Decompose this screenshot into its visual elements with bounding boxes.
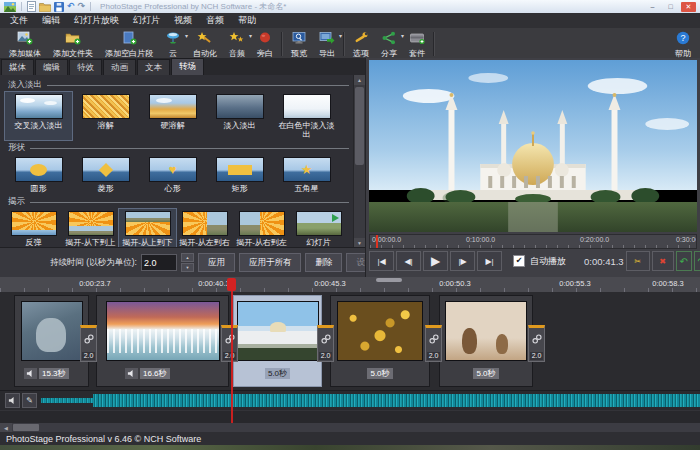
automation-button[interactable]: 自动化 <box>187 29 223 59</box>
transition-row-fade: 交叉淡入淡出 溶解 硬溶解 淡入淡出 在白色中淡入淡出 <box>5 92 351 140</box>
transition-item-dissolve[interactable]: 溶解 <box>72 92 139 140</box>
autoplay-checkbox[interactable]: ✔ <box>513 255 525 267</box>
new-project-icon[interactable] <box>27 1 36 12</box>
transition-badge[interactable]: 2.0 <box>528 325 545 362</box>
menu-video[interactable]: 视频 <box>167 13 199 28</box>
transition-badge[interactable]: 2.0 <box>425 325 442 362</box>
transition-item-reveal-right-left[interactable]: 揭开-从右到左 <box>233 209 290 248</box>
preview-panel: 0:00:00.0 0:10:00.0 0:20:00.0 0:30:00.0 … <box>365 58 700 277</box>
go-to-start-button[interactable]: |◀ <box>369 251 394 271</box>
transition-item-star[interactable]: ★ 五角星 <box>273 155 340 194</box>
menu-slideshow[interactable]: 幻灯片放映 <box>67 13 126 28</box>
split-clip-button[interactable]: ✂ <box>626 251 650 271</box>
scroll-up-icon[interactable]: ▲ <box>354 75 365 85</box>
step-forward-button[interactable]: |▶ <box>450 251 475 271</box>
maximize-button[interactable]: □ <box>663 2 678 12</box>
scroll-left-icon[interactable]: ◀ <box>0 423 12 432</box>
preview-seek-ruler[interactable]: 0:00:00.0 0:10:00.0 0:20:00.0 0:30:00.0 <box>369 234 697 249</box>
redo-icon[interactable]: ↷ <box>78 2 86 11</box>
duration-input[interactable] <box>141 254 177 271</box>
transition-item-diamond[interactable]: 菱形 <box>72 155 139 194</box>
timeline-playhead-handle[interactable] <box>227 278 236 291</box>
transition-item-reveal-top-bottom[interactable]: 揭开-从上到下 <box>119 209 176 248</box>
share-button[interactable]: ▾ 分享 <box>375 29 403 59</box>
audio-mute-icon[interactable] <box>5 393 20 408</box>
transition-list-scrollbar[interactable]: ▲ ▼ <box>353 75 365 248</box>
play-button[interactable]: ▶ <box>423 251 448 271</box>
add-folder-button[interactable]: 添加文件夹 <box>47 29 99 59</box>
transition-item-circle[interactable]: 圆形 <box>5 155 72 194</box>
audio-edit-icon[interactable]: ✎ <box>22 393 37 408</box>
clip-thumbnail <box>237 301 319 361</box>
transition-item-fade-white[interactable]: 在白色中淡入淡出 <box>273 92 340 140</box>
tab-animation[interactable]: 动画 <box>103 59 136 76</box>
timeline-clip-3-selected[interactable]: 5.0秒 <box>233 295 322 387</box>
menu-audio[interactable]: 音频 <box>199 13 231 28</box>
timeline-clip-4[interactable]: 5.0秒 <box>330 295 430 387</box>
menu-edit[interactable]: 编辑 <box>35 13 67 28</box>
timeline-clip-1[interactable]: 15.3秒 <box>14 295 89 387</box>
tab-effects[interactable]: 特效 <box>69 59 102 76</box>
audio-button[interactable]: ▾ 音频 <box>223 29 251 59</box>
close-button[interactable]: ✕ <box>681 2 696 12</box>
transition-badge[interactable]: 2.0 <box>317 325 334 362</box>
left-panel: 媒体 编辑 特效 动画 文本 转场 淡入淡出 交叉淡入淡出 溶解 <box>0 58 365 277</box>
undo-button[interactable]: ↶ <box>676 251 692 271</box>
transition-item-heart[interactable]: ♥ 心形 <box>139 155 206 194</box>
open-project-icon[interactable] <box>39 2 51 12</box>
transition-badge[interactable]: 2.0 <box>221 325 238 362</box>
scrollbar-thumb[interactable] <box>355 87 364 165</box>
suite-button[interactable]: 套件 <box>403 29 431 59</box>
timeline-ruler[interactable]: 0:00:23.7 0:00:40.3 0:00:45.3 0:00:50.3 … <box>0 277 700 293</box>
transition-item-hard-dissolve[interactable]: 硬溶解 <box>139 92 206 140</box>
help-button[interactable]: ? 帮助 <box>669 29 697 59</box>
add-blank-clip-button[interactable]: 添加空白片段 <box>99 29 159 59</box>
link-icon <box>321 330 331 348</box>
delete-clip-button[interactable]: ✖ <box>652 251 674 271</box>
tab-edit[interactable]: 编辑 <box>35 59 68 76</box>
narration-button[interactable]: 旁白 <box>251 29 279 59</box>
apply-button[interactable]: 应用 <box>198 253 235 272</box>
undo-icon[interactable]: ↶ <box>67 2 75 11</box>
minimize-button[interactable]: – <box>645 2 660 12</box>
cloud-button[interactable]: ▾ 云 <box>159 29 187 59</box>
timeline-clip-5[interactable]: 5.0秒 <box>439 295 533 387</box>
go-to-end-button[interactable]: ▶| <box>477 251 502 271</box>
scrollbar-thumb[interactable] <box>13 424 39 431</box>
timeline-scrollbar[interactable]: ◀ <box>0 423 700 432</box>
redo-button[interactable]: ↷ <box>694 251 700 271</box>
tab-media[interactable]: 媒体 <box>1 59 34 76</box>
tab-text[interactable]: 文本 <box>137 59 170 76</box>
delete-transition-button[interactable]: 删除 <box>305 253 342 272</box>
transition-item-fade[interactable]: 淡入淡出 <box>206 92 273 140</box>
export-button[interactable]: ▾ 导出 <box>313 29 341 59</box>
options-button[interactable]: 选项 <box>347 29 375 59</box>
tab-transitions[interactable]: 转场 <box>171 58 204 76</box>
toolbar-separator <box>281 32 283 56</box>
menu-help[interactable]: 帮助 <box>231 13 263 28</box>
menu-file[interactable]: 文件 <box>3 13 35 28</box>
transition-item-rectangle[interactable]: 矩形 <box>206 155 273 194</box>
spin-up-icon[interactable]: ▲ <box>181 253 194 262</box>
audio-waveform[interactable] <box>41 393 700 408</box>
preview-video-area[interactable] <box>369 60 697 232</box>
transition-item-reveal-left-right[interactable]: 揭开-从左到右 <box>176 209 233 248</box>
transition-badge[interactable]: 2.0 <box>80 325 97 362</box>
transition-item-slide[interactable]: 幻灯片 <box>290 209 347 248</box>
step-back-button[interactable]: ◀| <box>396 251 421 271</box>
preview-playhead[interactable] <box>376 235 378 248</box>
spin-down-icon[interactable]: ▼ <box>181 263 194 272</box>
timeline-clip-2[interactable]: 16.6秒 <box>96 295 229 387</box>
timeline-playhead-line[interactable] <box>231 279 233 423</box>
mosque-preview-image <box>369 60 697 232</box>
menu-slide[interactable]: 幻灯片 <box>126 13 167 28</box>
transition-item-bounce[interactable]: 反弹 <box>5 209 62 248</box>
preview-ruler-label: 0:30:00.0 <box>676 236 697 243</box>
preview-button[interactable]: 预览 <box>285 29 313 59</box>
transition-item-crossfade[interactable]: 交叉淡入淡出 <box>5 92 72 140</box>
add-media-button[interactable]: 添加媒体 <box>3 29 47 59</box>
apply-all-button[interactable]: 应用于所有 <box>239 253 302 272</box>
transition-item-reveal-bottom-top[interactable]: 揭开-从下到上 <box>62 209 119 248</box>
save-project-icon[interactable] <box>54 2 64 12</box>
splitter-handle[interactable] <box>376 278 402 282</box>
